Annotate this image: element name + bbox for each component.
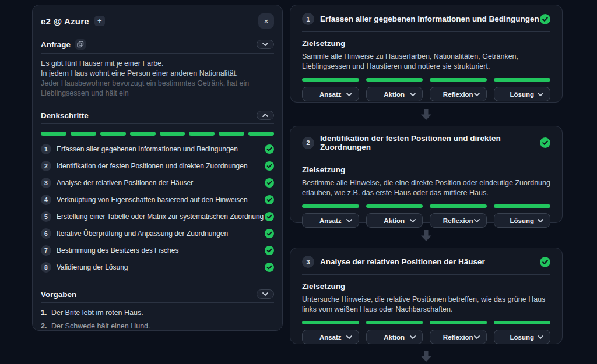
step-label: Verknüpfung von Eigenschaften basierend … — [57, 196, 248, 204]
dropdown-aktion[interactable]: Aktion — [366, 330, 423, 344]
dropdown-ansatz[interactable]: Ansatz — [302, 213, 359, 228]
step-number-badge: 1 — [41, 144, 51, 154]
step-row[interactable]: 5 Erstellung einer Tabelle oder Matrix z… — [41, 208, 274, 225]
vorgaben-label: Vorgaben — [41, 290, 76, 299]
arrow-down-icon — [419, 349, 434, 364]
step-row[interactable]: 6 Iterative Überprüfung und Anpassung de… — [41, 225, 274, 242]
progress-segment — [71, 132, 96, 136]
step-card-1: 1 Erfassen aller gegebenen Informationen… — [290, 5, 563, 103]
check-circle-icon — [540, 137, 550, 148]
chevron-down-icon — [538, 219, 543, 222]
copy-button[interactable] — [75, 39, 86, 50]
zielsetzung-label: Zielsetzung — [302, 39, 550, 48]
check-circle-icon — [540, 14, 550, 24]
chevron-down-icon — [474, 335, 480, 339]
section-vorgaben: Vorgaben 1. Der Brite lebt im roten Haus… — [41, 289, 274, 331]
step-card-2: 2 Identifikation der festen Positionen u… — [290, 126, 563, 223]
step-number-badge: 3 — [41, 178, 51, 188]
progress-bar — [302, 78, 359, 82]
step-number-badge: 4 — [41, 195, 51, 205]
check-circle-icon — [265, 263, 274, 272]
copy-icon — [77, 41, 84, 48]
check-circle-icon — [265, 246, 274, 255]
chevron-down-icon — [410, 93, 416, 96]
check-circle-icon — [265, 161, 274, 171]
chevron-down-icon — [474, 93, 480, 96]
divider — [41, 302, 274, 303]
anfrage-collapse-button[interactable] — [257, 40, 274, 49]
zielsetzung-label: Zielsetzung — [302, 282, 550, 291]
step-row[interactable]: 1 Erfassen aller gegebenen Informationen… — [41, 140, 274, 157]
check-circle-icon — [265, 229, 274, 238]
progress-bar — [430, 321, 487, 324]
progress-bar — [494, 321, 551, 324]
step-number-badge: 6 — [41, 228, 51, 239]
close-button[interactable]: × — [258, 13, 274, 29]
dropdown-aktion[interactable]: Aktion — [366, 87, 423, 101]
dropdown-reflexion[interactable]: Reflexion — [430, 87, 487, 101]
progress-bar — [494, 204, 551, 208]
step-card-3: 3 Analyse der relativen Positionen der H… — [290, 248, 563, 344]
anfrage-line: Es gibt fünf Häuser mit je einer Farbe. — [41, 59, 274, 69]
anfrage-text: Es gibt fünf Häuser mit je einer Farbe. … — [41, 59, 274, 98]
step-row[interactable]: 7 Bestimmung des Besitzers des Fisches — [41, 242, 274, 259]
arrow-down-icon — [419, 228, 434, 243]
steps-progress-bar — [41, 132, 274, 136]
dropdown-ansatz[interactable]: Ansatz — [302, 87, 359, 101]
divider — [302, 31, 550, 32]
chevron-down-icon — [410, 335, 416, 339]
card-number-badge: 1 — [302, 13, 314, 25]
progress-bar — [302, 204, 359, 208]
step-row[interactable]: 2 Identifikation der festen Positionen u… — [41, 157, 274, 174]
divider — [302, 158, 550, 158]
progress-segment — [160, 132, 185, 136]
dropdown-aktion[interactable]: Aktion — [366, 213, 423, 228]
card-title: Erfassen aller gegebenen Informationen u… — [320, 15, 539, 23]
section-anfrage: Anfrage Es gibt fünf Häuser mit je einer… — [41, 39, 274, 98]
progress-bar — [430, 204, 487, 208]
progress-segment — [189, 132, 215, 136]
progress-segment — [130, 132, 156, 136]
step-row[interactable]: 3 Analyse der relativen Positionen der H… — [41, 174, 274, 191]
progress-bar — [302, 321, 359, 324]
card-number-badge: 2 — [302, 137, 314, 149]
vorgaben-item-number: 2. — [41, 322, 51, 331]
dropdown-ansatz[interactable]: Ansatz — [302, 330, 359, 344]
check-circle-icon — [540, 257, 550, 267]
card-title: Analyse der relativen Positionen der Häu… — [320, 257, 485, 266]
chevron-down-icon — [538, 93, 543, 96]
step-row[interactable]: 4 Verknüpfung von Eigenschaften basieren… — [41, 191, 274, 208]
step-number-badge: 8 — [41, 262, 51, 273]
denkschritte-collapse-button[interactable] — [257, 111, 274, 120]
step-number-badge: 7 — [41, 245, 51, 256]
divider — [41, 123, 274, 124]
check-circle-icon — [265, 195, 274, 204]
step-label: Analyse der relativen Positionen der Häu… — [57, 179, 193, 187]
chevron-down-icon — [410, 219, 416, 222]
card-description: Bestimme alle Hinweise, die eine direkte… — [302, 178, 550, 198]
anfrage-line: In jedem Haus wohnt eine Person einer an… — [41, 69, 274, 79]
step-label: Identifikation der festen Positionen und… — [57, 162, 248, 170]
progress-bar — [430, 78, 487, 82]
chevron-down-icon — [538, 335, 543, 339]
step-number-badge: 5 — [41, 211, 51, 222]
step-row[interactable]: 8 Validierung der Lösung — [41, 259, 274, 275]
app-screen: e2 @ Azure + × Anfrage Es gibt fünf Häus… — [0, 0, 597, 364]
dropdown-reflexion[interactable]: Reflexion — [430, 330, 487, 344]
dropdown-reflexion[interactable]: Reflexion — [430, 213, 487, 228]
dropdown-loesung[interactable]: Lösung — [494, 213, 551, 228]
chevron-down-icon — [262, 43, 268, 46]
vorgaben-item-text: Der Brite lebt im roten Haus. — [51, 309, 143, 317]
vorgaben-item: 2. Der Schwede hält einen Hund. — [41, 322, 274, 331]
chevron-down-icon — [474, 219, 480, 222]
steps-list: 1 Erfassen aller gegebenen Informationen… — [41, 140, 274, 275]
vorgaben-item-number: 1. — [41, 309, 51, 317]
anfrage-line: Jeder Hausbewohner bevorzugt ein bestimm… — [41, 79, 274, 98]
add-session-button[interactable]: + — [94, 16, 105, 26]
card-description: Sammle alle Hinweise zu Häuserfarben, Na… — [302, 52, 550, 72]
card-dropdowns: Ansatz Aktion Reflexion Lösung — [302, 213, 550, 228]
dropdown-loesung[interactable]: Lösung — [494, 87, 551, 101]
dropdown-loesung[interactable]: Lösung — [494, 330, 551, 344]
vorgaben-collapse-button[interactable] — [257, 289, 274, 299]
step-label: Erstellung einer Tabelle oder Matrix zur… — [57, 213, 264, 221]
